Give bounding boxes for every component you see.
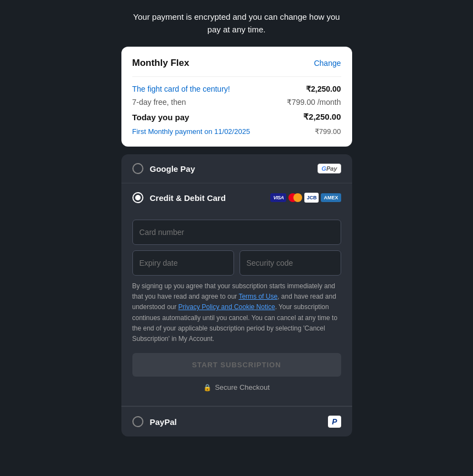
today-value: ₹2,250.00 (303, 112, 341, 122)
today-row: Today you pay ₹2,250.00 (132, 112, 341, 122)
card-icons: VISA JCB AMEX (270, 193, 341, 203)
terms-of-use-link[interactable]: Terms of Use (238, 293, 277, 300)
secure-checkout-label: Secure Checkout (215, 383, 270, 391)
gpay-badge: GPay (318, 164, 341, 173)
paypal-icon: P (328, 416, 341, 428)
expiry-security-row (132, 250, 341, 276)
payment-container: Google Pay GPay Credit & Debit Card VISA… (121, 154, 352, 436)
lock-icon: 🔒 (203, 384, 212, 391)
paypal-label: PayPal (150, 417, 322, 427)
first-payment-value: ₹799.00 (315, 127, 341, 136)
mastercard-icon (288, 193, 302, 202)
event-value: ₹2,250.00 (306, 85, 341, 93)
secure-checkout: 🔒 Secure Checkout (132, 383, 341, 397)
security-code-input[interactable] (240, 250, 341, 276)
google-pay-label: Google Pay (150, 164, 311, 173)
credit-card-radio[interactable] (132, 192, 143, 203)
start-subscription-button[interactable]: START SUBSCRIPTION (132, 353, 341, 377)
today-label: Today you pay (132, 113, 190, 122)
radio-inner (135, 195, 141, 200)
paypal-radio[interactable] (132, 416, 143, 427)
first-payment-label: First Monthly payment on 11/02/2025 (132, 127, 251, 136)
paypal-option[interactable]: PayPal P (121, 406, 352, 436)
terms-text: By signing up you agree that your subscr… (132, 281, 341, 344)
visa-icon: VISA (270, 193, 286, 202)
privacy-policy-link[interactable]: Privacy Policy and Cookie Notice (179, 303, 275, 311)
plan-row-trial: 7-day free, then ₹799.00 /month (132, 98, 341, 107)
amex-icon: AMEX (321, 193, 341, 202)
trial-label: 7-day free, then (132, 98, 186, 107)
event-label: The fight card of the century! (132, 85, 230, 93)
jcb-icon: JCB (304, 193, 319, 203)
plan-card: Monthly Flex Change The fight card of th… (121, 47, 352, 147)
card-form: By signing up you agree that your subscr… (132, 217, 341, 406)
plan-card-header: Monthly Flex Change (132, 58, 341, 77)
change-button[interactable]: Change (314, 59, 341, 68)
google-pay-radio[interactable] (132, 163, 143, 174)
trial-value: ₹799.00 /month (287, 98, 341, 107)
expiry-date-input[interactable] (132, 250, 234, 276)
first-payment-row: First Monthly payment on 11/02/2025 ₹799… (132, 127, 341, 136)
header-text: Your payment is encrypted and you can ch… (127, 11, 347, 36)
plan-title: Monthly Flex (132, 58, 190, 69)
plan-row-event: The fight card of the century! ₹2,250.00 (132, 85, 341, 93)
card-number-input[interactable] (132, 220, 341, 245)
credit-card-option[interactable]: Credit & Debit Card VISA JCB AMEX By sig… (121, 183, 352, 406)
credit-card-label: Credit & Debit Card (150, 193, 264, 203)
google-pay-option[interactable]: Google Pay GPay (121, 154, 352, 183)
